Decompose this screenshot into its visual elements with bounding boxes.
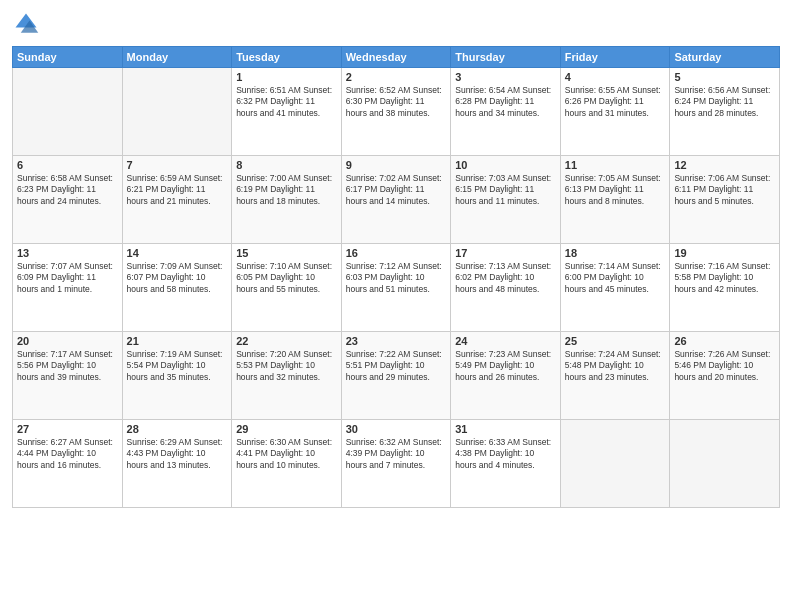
- day-info: Sunrise: 6:27 AM Sunset: 4:44 PM Dayligh…: [17, 437, 118, 471]
- calendar-cell: 28Sunrise: 6:29 AM Sunset: 4:43 PM Dayli…: [122, 420, 232, 508]
- calendar-cell: 2Sunrise: 6:52 AM Sunset: 6:30 PM Daylig…: [341, 68, 451, 156]
- day-number: 27: [17, 423, 118, 435]
- logo: [12, 10, 44, 38]
- calendar-cell: 15Sunrise: 7:10 AM Sunset: 6:05 PM Dayli…: [232, 244, 342, 332]
- day-info: Sunrise: 7:22 AM Sunset: 5:51 PM Dayligh…: [346, 349, 447, 383]
- day-number: 2: [346, 71, 447, 83]
- day-info: Sunrise: 6:51 AM Sunset: 6:32 PM Dayligh…: [236, 85, 337, 119]
- calendar-cell: 31Sunrise: 6:33 AM Sunset: 4:38 PM Dayli…: [451, 420, 561, 508]
- day-info: Sunrise: 7:09 AM Sunset: 6:07 PM Dayligh…: [127, 261, 228, 295]
- calendar-cell: 25Sunrise: 7:24 AM Sunset: 5:48 PM Dayli…: [560, 332, 670, 420]
- day-number: 22: [236, 335, 337, 347]
- calendar-cell: 26Sunrise: 7:26 AM Sunset: 5:46 PM Dayli…: [670, 332, 780, 420]
- calendar-cell: 16Sunrise: 7:12 AM Sunset: 6:03 PM Dayli…: [341, 244, 451, 332]
- calendar-cell: 5Sunrise: 6:56 AM Sunset: 6:24 PM Daylig…: [670, 68, 780, 156]
- day-info: Sunrise: 7:24 AM Sunset: 5:48 PM Dayligh…: [565, 349, 666, 383]
- day-info: Sunrise: 6:29 AM Sunset: 4:43 PM Dayligh…: [127, 437, 228, 471]
- calendar-cell: 30Sunrise: 6:32 AM Sunset: 4:39 PM Dayli…: [341, 420, 451, 508]
- day-number: 29: [236, 423, 337, 435]
- day-number: 24: [455, 335, 556, 347]
- day-number: 11: [565, 159, 666, 171]
- day-info: Sunrise: 7:17 AM Sunset: 5:56 PM Dayligh…: [17, 349, 118, 383]
- day-number: 15: [236, 247, 337, 259]
- day-info: Sunrise: 7:20 AM Sunset: 5:53 PM Dayligh…: [236, 349, 337, 383]
- calendar-cell: 12Sunrise: 7:06 AM Sunset: 6:11 PM Dayli…: [670, 156, 780, 244]
- calendar-cell: 3Sunrise: 6:54 AM Sunset: 6:28 PM Daylig…: [451, 68, 561, 156]
- day-number: 13: [17, 247, 118, 259]
- calendar-cell: 1Sunrise: 6:51 AM Sunset: 6:32 PM Daylig…: [232, 68, 342, 156]
- page: SundayMondayTuesdayWednesdayThursdayFrid…: [0, 0, 792, 612]
- day-info: Sunrise: 7:23 AM Sunset: 5:49 PM Dayligh…: [455, 349, 556, 383]
- day-number: 17: [455, 247, 556, 259]
- day-info: Sunrise: 7:07 AM Sunset: 6:09 PM Dayligh…: [17, 261, 118, 295]
- day-info: Sunrise: 7:10 AM Sunset: 6:05 PM Dayligh…: [236, 261, 337, 295]
- day-info: Sunrise: 7:05 AM Sunset: 6:13 PM Dayligh…: [565, 173, 666, 207]
- day-number: 5: [674, 71, 775, 83]
- day-number: 23: [346, 335, 447, 347]
- calendar-cell: 23Sunrise: 7:22 AM Sunset: 5:51 PM Dayli…: [341, 332, 451, 420]
- calendar-cell: 4Sunrise: 6:55 AM Sunset: 6:26 PM Daylig…: [560, 68, 670, 156]
- day-number: 25: [565, 335, 666, 347]
- day-number: 18: [565, 247, 666, 259]
- day-number: 31: [455, 423, 556, 435]
- day-info: Sunrise: 7:16 AM Sunset: 5:58 PM Dayligh…: [674, 261, 775, 295]
- calendar-week-3: 13Sunrise: 7:07 AM Sunset: 6:09 PM Dayli…: [13, 244, 780, 332]
- day-info: Sunrise: 6:33 AM Sunset: 4:38 PM Dayligh…: [455, 437, 556, 471]
- day-info: Sunrise: 7:06 AM Sunset: 6:11 PM Dayligh…: [674, 173, 775, 207]
- calendar-header-friday: Friday: [560, 47, 670, 68]
- day-number: 7: [127, 159, 228, 171]
- day-info: Sunrise: 6:55 AM Sunset: 6:26 PM Dayligh…: [565, 85, 666, 119]
- calendar-cell: 19Sunrise: 7:16 AM Sunset: 5:58 PM Dayli…: [670, 244, 780, 332]
- calendar-cell: 14Sunrise: 7:09 AM Sunset: 6:07 PM Dayli…: [122, 244, 232, 332]
- day-info: Sunrise: 6:32 AM Sunset: 4:39 PM Dayligh…: [346, 437, 447, 471]
- calendar-cell: 29Sunrise: 6:30 AM Sunset: 4:41 PM Dayli…: [232, 420, 342, 508]
- calendar-cell: 9Sunrise: 7:02 AM Sunset: 6:17 PM Daylig…: [341, 156, 451, 244]
- calendar-cell: 20Sunrise: 7:17 AM Sunset: 5:56 PM Dayli…: [13, 332, 123, 420]
- day-number: 3: [455, 71, 556, 83]
- day-number: 9: [346, 159, 447, 171]
- day-info: Sunrise: 7:19 AM Sunset: 5:54 PM Dayligh…: [127, 349, 228, 383]
- day-info: Sunrise: 7:00 AM Sunset: 6:19 PM Dayligh…: [236, 173, 337, 207]
- calendar-cell: [122, 68, 232, 156]
- calendar-cell: 10Sunrise: 7:03 AM Sunset: 6:15 PM Dayli…: [451, 156, 561, 244]
- day-number: 26: [674, 335, 775, 347]
- calendar-header-saturday: Saturday: [670, 47, 780, 68]
- day-number: 19: [674, 247, 775, 259]
- calendar-table: SundayMondayTuesdayWednesdayThursdayFrid…: [12, 46, 780, 508]
- day-info: Sunrise: 7:26 AM Sunset: 5:46 PM Dayligh…: [674, 349, 775, 383]
- day-number: 28: [127, 423, 228, 435]
- day-info: Sunrise: 6:30 AM Sunset: 4:41 PM Dayligh…: [236, 437, 337, 471]
- calendar-cell: 21Sunrise: 7:19 AM Sunset: 5:54 PM Dayli…: [122, 332, 232, 420]
- calendar-week-1: 1Sunrise: 6:51 AM Sunset: 6:32 PM Daylig…: [13, 68, 780, 156]
- day-number: 14: [127, 247, 228, 259]
- calendar-cell: 7Sunrise: 6:59 AM Sunset: 6:21 PM Daylig…: [122, 156, 232, 244]
- calendar-cell: [560, 420, 670, 508]
- day-info: Sunrise: 6:52 AM Sunset: 6:30 PM Dayligh…: [346, 85, 447, 119]
- day-number: 12: [674, 159, 775, 171]
- calendar-cell: 27Sunrise: 6:27 AM Sunset: 4:44 PM Dayli…: [13, 420, 123, 508]
- calendar-week-4: 20Sunrise: 7:17 AM Sunset: 5:56 PM Dayli…: [13, 332, 780, 420]
- calendar-cell: 6Sunrise: 6:58 AM Sunset: 6:23 PM Daylig…: [13, 156, 123, 244]
- day-number: 4: [565, 71, 666, 83]
- calendar-week-2: 6Sunrise: 6:58 AM Sunset: 6:23 PM Daylig…: [13, 156, 780, 244]
- calendar-header-row: SundayMondayTuesdayWednesdayThursdayFrid…: [13, 47, 780, 68]
- day-number: 20: [17, 335, 118, 347]
- day-info: Sunrise: 6:58 AM Sunset: 6:23 PM Dayligh…: [17, 173, 118, 207]
- calendar-cell: 8Sunrise: 7:00 AM Sunset: 6:19 PM Daylig…: [232, 156, 342, 244]
- day-number: 8: [236, 159, 337, 171]
- header: [12, 10, 780, 38]
- day-info: Sunrise: 7:02 AM Sunset: 6:17 PM Dayligh…: [346, 173, 447, 207]
- calendar-header-monday: Monday: [122, 47, 232, 68]
- day-number: 1: [236, 71, 337, 83]
- day-info: Sunrise: 6:59 AM Sunset: 6:21 PM Dayligh…: [127, 173, 228, 207]
- day-number: 30: [346, 423, 447, 435]
- calendar-header-wednesday: Wednesday: [341, 47, 451, 68]
- day-info: Sunrise: 7:03 AM Sunset: 6:15 PM Dayligh…: [455, 173, 556, 207]
- calendar-cell: 11Sunrise: 7:05 AM Sunset: 6:13 PM Dayli…: [560, 156, 670, 244]
- calendar-cell: [670, 420, 780, 508]
- day-number: 10: [455, 159, 556, 171]
- calendar-cell: 13Sunrise: 7:07 AM Sunset: 6:09 PM Dayli…: [13, 244, 123, 332]
- day-info: Sunrise: 7:14 AM Sunset: 6:00 PM Dayligh…: [565, 261, 666, 295]
- day-info: Sunrise: 7:12 AM Sunset: 6:03 PM Dayligh…: [346, 261, 447, 295]
- calendar-week-5: 27Sunrise: 6:27 AM Sunset: 4:44 PM Dayli…: [13, 420, 780, 508]
